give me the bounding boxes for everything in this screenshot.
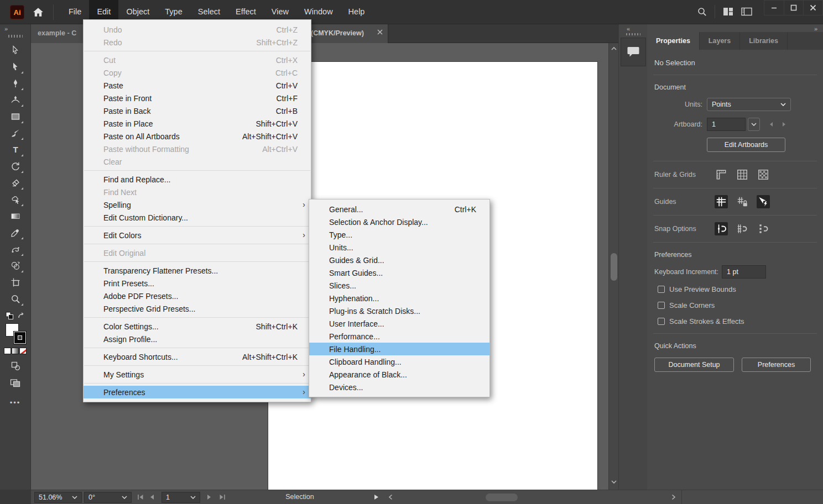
preferences-submenu-item-appearance-of-black[interactable]: Appearance of Black... xyxy=(309,368,489,381)
minimize-button[interactable] xyxy=(764,1,784,15)
scroll-up-icon[interactable] xyxy=(611,46,617,51)
rotation-dropdown[interactable]: 0° xyxy=(84,492,132,503)
preferences-submenu-item-user-interface[interactable]: User Interface... xyxy=(309,317,489,330)
edit-menu-item-edit-custom-dictionary[interactable]: Edit Custom Dictionary... xyxy=(84,211,311,224)
shaper-tool[interactable] xyxy=(6,191,25,208)
checkbox-use-preview-bounds[interactable] xyxy=(658,286,665,293)
preferences-submenu-item-plug-ins-scratch-disks[interactable]: Plug-ins & Scratch Disks... xyxy=(309,305,489,317)
edit-menu-item-my-settings[interactable]: My Settings› xyxy=(84,368,311,381)
scroll-right-icon[interactable] xyxy=(671,494,676,500)
checkbox-scale-corners[interactable] xyxy=(658,302,665,309)
preferences-submenu-item-selection-anchor-display[interactable]: Selection & Anchor Display... xyxy=(309,216,489,228)
arrange-documents-button[interactable] xyxy=(718,3,737,20)
comments-tool-button[interactable] xyxy=(621,38,646,66)
show-guides-icon[interactable] xyxy=(715,195,728,208)
next-artboard-icon[interactable] xyxy=(782,122,786,127)
vertical-scroll-thumb[interactable] xyxy=(611,253,617,281)
edit-menu-item-perspective-grid-presets[interactable]: Perspective Grid Presets... xyxy=(84,302,311,315)
vertical-scrollbar[interactable] xyxy=(608,43,618,490)
units-dropdown[interactable]: Points xyxy=(707,98,791,111)
last-artboard-icon[interactable] xyxy=(219,494,226,500)
edit-menu-item-transparency-flattener-presets[interactable]: Transparency Flattener Presets... xyxy=(84,264,311,277)
horizontal-scroll-thumb[interactable] xyxy=(486,494,518,501)
direct-selection-tool[interactable] xyxy=(6,59,25,75)
edit-menu-item-preferences[interactable]: Preferences› xyxy=(84,386,311,398)
scroll-left-icon[interactable] xyxy=(388,494,393,500)
panel-grip[interactable] xyxy=(626,33,640,35)
edit-menu-item-edit-colors[interactable]: Edit Colors› xyxy=(84,229,311,242)
keyboard-increment-field[interactable]: 1 pt xyxy=(722,265,766,279)
previous-artboard-icon[interactable] xyxy=(769,122,773,127)
previous-artboard-icon[interactable] xyxy=(149,494,154,500)
close-tab-icon[interactable] xyxy=(377,29,383,35)
close-button[interactable] xyxy=(803,1,822,15)
search-button[interactable] xyxy=(692,3,711,20)
panel-tab-properties[interactable]: Properties xyxy=(647,32,700,50)
preferences-submenu-item-hyphenation[interactable]: Hyphenation... xyxy=(309,292,489,305)
shape-builder-tool[interactable] xyxy=(6,258,25,274)
zoom-level-dropdown[interactable]: 51.06% xyxy=(34,492,82,503)
first-artboard-icon[interactable] xyxy=(137,494,144,500)
home-button[interactable] xyxy=(31,5,45,19)
pen-tool[interactable] xyxy=(6,75,25,92)
edit-menu-item-print-presets[interactable]: Print Presets... xyxy=(84,277,311,290)
type-tool[interactable]: T xyxy=(6,141,25,158)
preferences-submenu-item-guides-grid[interactable]: Guides & Grid... xyxy=(309,254,489,266)
paintbrush-tool[interactable] xyxy=(6,125,25,141)
edit-menu-item-keyboard-shortcuts[interactable]: Keyboard Shortcuts...Alt+Shift+Ctrl+K xyxy=(84,350,311,363)
rectangle-tool[interactable] xyxy=(6,108,25,125)
grid-icon[interactable] xyxy=(736,168,749,181)
screen-mode-button[interactable] xyxy=(6,374,25,391)
edit-menu-item-paste-in-back[interactable]: Paste in BackCtrl+B xyxy=(84,104,311,117)
preferences-submenu-item-devices[interactable]: Devices... xyxy=(309,381,489,393)
rotate-tool[interactable] xyxy=(6,158,25,175)
checkbox-scale-strokes-effects[interactable] xyxy=(658,318,665,325)
preferences-submenu-item-units[interactable]: Units... xyxy=(309,241,489,254)
edit-menu-item-assign-profile[interactable]: Assign Profile... xyxy=(84,333,311,345)
gradient-tool[interactable] xyxy=(6,208,25,224)
draw-mode-button[interactable] xyxy=(6,358,25,374)
edit-menu-item-adobe-pdf-presets[interactable]: Adobe PDF Presets... xyxy=(84,290,311,302)
panel-tab-libraries[interactable]: Libraries xyxy=(740,32,788,50)
snap-to-grid-icon[interactable] xyxy=(736,222,749,235)
preferences-submenu-item-type[interactable]: Type... xyxy=(309,228,489,241)
swap-fill-stroke-icon[interactable] xyxy=(17,312,25,320)
workspace-switcher-button[interactable] xyxy=(737,3,756,20)
preferences-submenu-item-clipboard-handling[interactable]: Clipboard Handling... xyxy=(309,355,489,368)
edit-menu-item-color-settings[interactable]: Color Settings...Shift+Ctrl+K xyxy=(84,320,311,333)
preferences-submenu-item-file-handling[interactable]: File Handling... xyxy=(309,343,489,355)
eyedropper-tool[interactable] xyxy=(6,224,25,241)
artboard-number-field[interactable]: 1 xyxy=(707,118,746,131)
lock-guides-icon[interactable] xyxy=(736,195,749,208)
puppet-warp-tool[interactable] xyxy=(6,241,25,258)
preferences-button[interactable]: Preferences xyxy=(742,358,811,372)
panel-tab-layers[interactable]: Layers xyxy=(700,32,740,50)
zoom-tool[interactable] xyxy=(6,291,25,307)
edit-menu-item-paste-on-all-artboards[interactable]: Paste on All ArtboardsAlt+Shift+Ctrl+V xyxy=(84,130,311,143)
transparency-grid-icon[interactable] xyxy=(757,168,770,181)
edit-menu-item-paste[interactable]: PasteCtrl+V xyxy=(84,79,311,92)
artboard-dropdown-button[interactable] xyxy=(748,118,760,131)
expand-right-icon[interactable]: » xyxy=(814,25,817,32)
tools-panel-grip[interactable] xyxy=(8,35,23,38)
status-menu-arrow-icon[interactable] xyxy=(374,494,379,500)
document-setup-button[interactable]: Document Setup xyxy=(654,358,734,372)
stroke-color-swatch[interactable] xyxy=(14,332,26,344)
edit-menu-item-paste-in-place[interactable]: Paste in PlaceShift+Ctrl+V xyxy=(84,117,311,130)
fill-stroke-indicator[interactable] xyxy=(4,322,27,344)
scroll-down-icon[interactable] xyxy=(611,480,617,484)
gradient-fill-button[interactable] xyxy=(12,348,19,354)
menubar-item-help[interactable]: Help xyxy=(341,0,373,23)
expand-tools-icon[interactable]: » xyxy=(0,24,30,33)
preferences-submenu-item-slices[interactable]: Slices... xyxy=(309,279,489,292)
edit-menu-item-find-and-replace[interactable]: Find and Replace... xyxy=(84,173,311,186)
none-fill-button[interactable] xyxy=(19,348,27,354)
artboard-navigation-dropdown[interactable]: 1 xyxy=(162,492,200,503)
next-artboard-icon[interactable] xyxy=(207,494,212,500)
more-tools-icon[interactable]: ••• xyxy=(0,398,30,407)
collapse-left-icon[interactable]: « xyxy=(627,25,630,32)
smart-guides-icon[interactable] xyxy=(757,195,770,208)
preferences-submenu-item-smart-guides[interactable]: Smart Guides... xyxy=(309,266,489,279)
artboard-tool[interactable] xyxy=(6,274,25,291)
edit-menu-item-paste-in-front[interactable]: Paste in FrontCtrl+F xyxy=(84,92,311,104)
